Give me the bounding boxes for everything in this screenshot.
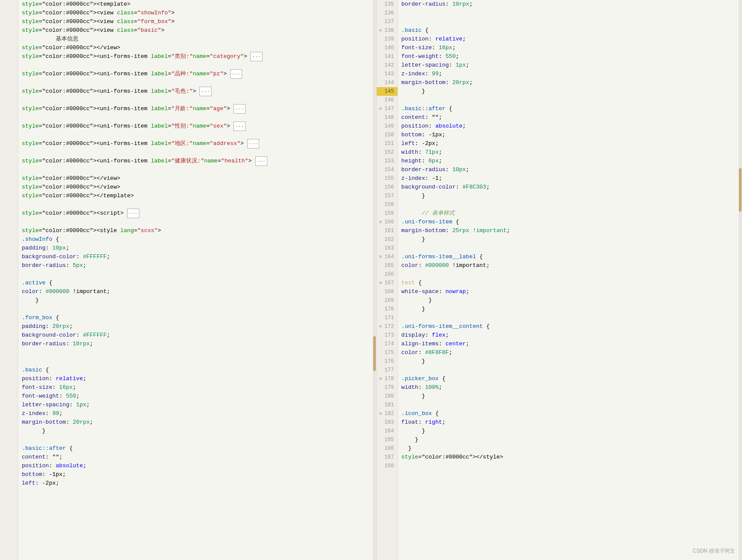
line-number: 184 — [377, 427, 398, 435]
code-line: margin-bottom: 20rpx; — [398, 78, 739, 87]
code-line: .showInfo { — [18, 235, 373, 244]
code-line — [398, 9, 739, 17]
fold-icon[interactable]: ⊟ — [378, 26, 383, 35]
line-number: 146 — [377, 96, 398, 105]
line-number: 176 — [377, 357, 398, 366]
code-line: style="color:#0000cc"><view class="showI… — [18, 9, 373, 17]
code-line: style="color:#0000cc"></template> — [18, 192, 373, 200]
line-number — [0, 331, 18, 340]
code-line — [18, 218, 373, 226]
line-number — [0, 348, 18, 357]
right-editor-pane: 135136137⊟138139140141142143144145146⊟14… — [377, 0, 742, 560]
line-number — [0, 105, 18, 113]
fold-icon[interactable]: ⊟ — [378, 253, 383, 261]
line-number: 161 — [377, 226, 398, 235]
code-line: style="color:#0000cc"><uni-forms-item la… — [18, 157, 373, 165]
line-number: 151 — [377, 139, 398, 148]
line-number — [0, 61, 18, 70]
line-number: 165 — [377, 261, 398, 270]
line-number — [0, 192, 18, 200]
code-line — [18, 357, 373, 366]
line-number: 170 — [377, 305, 398, 314]
line-number — [0, 401, 18, 409]
line-number: 150 — [377, 131, 398, 139]
line-number — [0, 261, 18, 270]
code-line — [18, 200, 373, 209]
fold-icon[interactable]: ⊟ — [378, 322, 383, 331]
fold-icon[interactable]: ⊟ — [378, 279, 383, 287]
code-line: } — [398, 435, 739, 444]
line-number: 149 — [377, 122, 398, 131]
line-number: 136 — [377, 9, 398, 17]
code-line: style="color:#0000cc"><view class="basic… — [18, 26, 373, 35]
line-number: 174 — [377, 340, 398, 348]
code-line: background-color: #FFFFFF; — [18, 331, 373, 340]
line-number: 139 — [377, 35, 398, 44]
code-line: position: relative; — [18, 374, 373, 383]
line-number — [0, 374, 18, 383]
line-number: 175 — [377, 348, 398, 357]
line-number — [0, 9, 18, 17]
line-number: 185 — [377, 435, 398, 444]
left-scrollbar-thumb[interactable] — [373, 336, 376, 371]
fold-icon[interactable]: ⊟ — [378, 374, 383, 383]
code-line: z-index: 99; — [398, 70, 739, 78]
code-line: .picker_box { — [398, 374, 739, 383]
line-number — [0, 218, 18, 226]
line-number — [0, 78, 18, 87]
code-line: left: -2px; — [18, 479, 373, 488]
line-number: 153 — [377, 157, 398, 165]
line-number — [0, 270, 18, 279]
code-line: letter-spacing: 1px; — [398, 61, 739, 70]
line-number: 179 — [377, 383, 398, 392]
code-line: font-weight: 550; — [18, 392, 373, 401]
code-line: style="color:#0000cc"><script> ··· — [18, 209, 373, 218]
left-scrollbar[interactable] — [373, 0, 376, 560]
fold-icon[interactable]: ⊟ — [378, 409, 383, 418]
line-number — [0, 148, 18, 157]
code-line — [398, 200, 739, 209]
line-number — [0, 35, 18, 44]
fold-icon[interactable]: ⊟ — [378, 218, 383, 226]
line-number — [0, 462, 18, 470]
code-line — [18, 435, 373, 444]
code-line — [398, 462, 739, 470]
code-line — [18, 96, 373, 105]
code-line: bottom: -1px; — [398, 131, 739, 139]
line-number — [0, 322, 18, 331]
left-line-numbers — [0, 0, 18, 560]
fold-icon[interactable]: ⊟ — [378, 105, 383, 113]
line-number: 186 — [377, 444, 398, 453]
line-number: 169 — [377, 296, 398, 305]
code-line: font-size: 16px; — [398, 44, 739, 52]
line-number: 141 — [377, 52, 398, 61]
line-number: 135 — [377, 0, 398, 9]
code-line: left: -2px; — [398, 139, 739, 148]
code-line: .basic::after { — [18, 444, 373, 453]
watermark: CSDN @混子阿文 — [692, 547, 735, 555]
line-number: 187 — [377, 453, 398, 462]
line-number — [0, 409, 18, 418]
line-number — [0, 253, 18, 261]
line-number — [0, 26, 18, 35]
code-line: style="color:#0000cc"></view> — [18, 44, 373, 52]
code-line: } — [398, 392, 739, 401]
line-number — [0, 200, 18, 209]
code-line: letter-spacing: 1px; — [18, 401, 373, 409]
line-number — [0, 235, 18, 244]
code-line: style="color:#0000cc"><uni-forms-item la… — [18, 70, 373, 78]
code-line: style="color:#0000cc"><view class="form_… — [18, 17, 373, 26]
line-number: 183 — [377, 418, 398, 427]
right-scrollbar-thumb[interactable] — [739, 168, 742, 212]
code-line — [398, 270, 739, 279]
code-line: content: ""; — [398, 113, 739, 122]
line-number — [0, 122, 18, 131]
line-number: 188 — [377, 462, 398, 470]
code-line: z-index: 99; — [18, 409, 373, 418]
line-number: 156 — [377, 183, 398, 192]
line-number — [0, 174, 18, 183]
code-line — [18, 270, 373, 279]
code-line — [18, 148, 373, 157]
code-line: style="color:#0000cc"></style> — [398, 453, 739, 462]
right-scrollbar[interactable] — [739, 0, 742, 560]
